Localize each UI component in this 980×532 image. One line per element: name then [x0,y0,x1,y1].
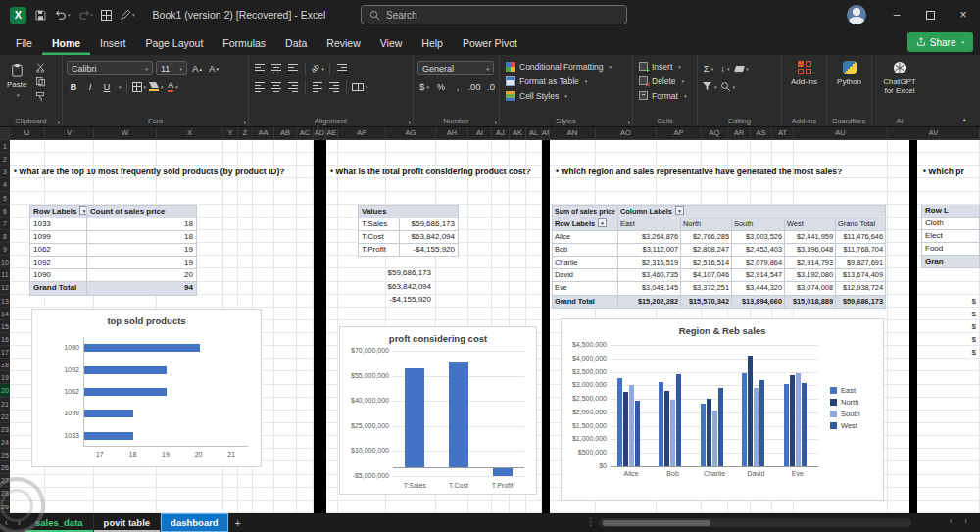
column-header-AA[interactable]: AA [253,127,274,139]
chart-region-rep-sales[interactable]: Region & Reb sales$4,500,000$4,000,000$3… [561,318,884,501]
table-cell[interactable]: Count of sales price [87,206,197,218]
table-cell[interactable]: $3,074,008 [785,282,836,295]
row-header-29[interactable]: 29 [0,501,10,513]
table-cell[interactable]: $2,079,864 [732,257,785,269]
table-cell[interactable]: Row L [921,205,980,218]
spill-value[interactable]: -$4,155,920 [353,295,431,304]
sheet-tab-dashboard[interactable]: dashboard [161,513,229,532]
table-cell[interactable]: $11,476,646 [836,231,886,244]
search-input[interactable]: Search [361,5,627,24]
row-header-16[interactable]: 16 [0,333,10,346]
table-cell[interactable]: Column Labels▾ [618,206,886,218]
add-sheet-button[interactable]: + [229,517,247,529]
row-header-5[interactable]: 5 [0,192,10,205]
pivot-table-region-rep[interactable]: Sum of sales priceColumn Labels▾Row Labe… [552,205,886,309]
row-header-9[interactable]: 9 [0,243,10,256]
fill-button[interactable]: ↓▾ [718,61,732,75]
table-cell[interactable]: $3,444,320 [732,282,785,295]
row-header-25[interactable]: 25 [0,449,10,461]
row-header-11[interactable]: 11 [0,268,10,281]
table-cell[interactable]: Row Labels▾ [553,218,618,231]
table-cell[interactable]: 18 [87,231,197,244]
share-button[interactable]: Share ▾ [907,32,973,52]
align-left-button[interactable] [253,79,267,94]
table-cell[interactable]: $3,460,735 [618,269,681,282]
table-cell[interactable]: 18 [87,218,197,231]
table-cell[interactable]: T.Profit [359,244,400,257]
tab-insert[interactable]: Insert [90,32,135,55]
table-cell[interactable]: 1033 [30,218,87,231]
row-header-2[interactable]: 2 [0,153,10,166]
table-cell[interactable]: Grand Total [30,282,87,295]
row-header-28[interactable]: 28 [0,487,10,500]
table-cell[interactable]: $2,808,247 [681,244,732,257]
column-header-X[interactable]: X [157,127,223,139]
copy-icon[interactable] [35,76,46,87]
table-cell[interactable]: $2,441,959 [785,231,836,244]
table-cell[interactable]: $4,107,046 [681,269,732,282]
column-header-AC[interactable]: AC [297,127,314,139]
number-dialog-launcher[interactable]: ▾ [494,120,497,125]
values-table[interactable]: ValuesT.Sales$59,686,173T.Cost$63,842,09… [358,205,459,258]
column-header-AE[interactable]: AE [326,127,338,139]
number-format-select[interactable]: General▾ [417,61,494,75]
maximize-button[interactable] [913,0,947,29]
orientation-button[interactable]: ab▾ [311,61,324,75]
table-cell[interactable]: Grand Total [836,218,886,231]
ribbon-collapse-button[interactable]: ▴ [962,116,966,123]
table-cell[interactable]: $3,264,876 [618,231,681,244]
cell-styles-button[interactable]: Cell Styles▾ [504,88,628,103]
table-cell[interactable]: Eve [553,282,618,295]
table-cell[interactable]: 20 [87,269,197,282]
python-button[interactable]: Python [831,59,867,88]
table-cell[interactable]: $3,048,145 [618,282,681,295]
scroll-arrows[interactable]: ‹ › [950,516,973,526]
tab-view[interactable]: View [370,32,413,55]
table-cell[interactable]: Cloth [921,218,980,230]
currency-button[interactable]: $▾ [417,79,431,94]
table-cell[interactable]: $3,396,048 [785,244,836,257]
table-cell[interactable]: $2,516,514 [681,257,732,269]
underline-button[interactable]: U [100,79,114,94]
column-header-AD[interactable]: AD [314,127,326,139]
table-cell[interactable]: North [681,218,732,231]
percent-button[interactable]: % [434,79,448,94]
row-header-23[interactable]: 23 [0,423,10,436]
tab-file[interactable]: File [6,32,42,55]
table-cell[interactable]: Charlie [553,257,618,269]
tab-scroll-left[interactable]: ‹ [0,517,13,528]
column-header-Y[interactable]: Y [223,127,238,139]
column-header-AF[interactable]: AF [338,127,386,139]
save-icon[interactable] [34,9,47,22]
tab-scroll-right[interactable]: › [13,517,25,528]
table-cell[interactable]: $3,372,251 [681,282,732,295]
column-header-W[interactable]: W [94,127,157,139]
column-header-Z[interactable]: Z [238,127,253,139]
styles-dialog-launcher[interactable]: ▾ [627,120,630,125]
table-cell[interactable]: $9,827,691 [836,257,886,269]
table-cell[interactable]: -$4,155,920 [400,244,459,257]
table-cell[interactable]: Row Labels▾ [30,206,87,218]
tab-data[interactable]: Data [275,32,317,55]
avatar[interactable] [847,5,866,24]
undo-button[interactable]: ▾ [55,9,71,21]
table-cell[interactable]: $2,452,403 [732,244,785,257]
table-cell[interactable]: $2,766,285 [681,231,732,244]
borders-button[interactable]: ▾ [132,79,147,94]
increase-indent-button[interactable] [327,79,341,94]
column-header-AB[interactable]: AB [274,127,297,139]
row-header-13[interactable]: 13 [0,295,10,308]
spill-value[interactable]: $63,842,094 [353,282,431,291]
table-cell[interactable]: 1090 [30,269,87,282]
row-header-19[interactable]: 19 [0,371,10,384]
row-header-7[interactable]: 7 [0,218,10,230]
cut-icon[interactable] [35,62,46,73]
font-color-button[interactable]: A▾ [167,79,180,94]
bold-button[interactable]: B [67,79,80,94]
legend-item[interactable]: South [830,408,860,419]
table-cell[interactable]: $59,686,173 [836,296,886,309]
row-header-24[interactable]: 24 [0,436,10,449]
table-cell[interactable]: $63,842,094 [400,231,459,244]
format-cells-button[interactable]: Format▾ [637,88,693,103]
table-cell[interactable]: 19 [87,244,197,257]
